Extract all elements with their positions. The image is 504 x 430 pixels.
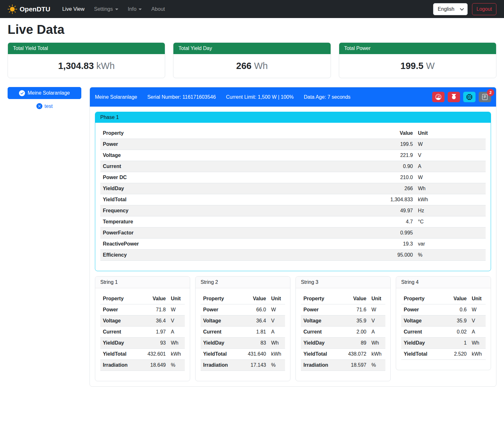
column-header: Unit: [469, 293, 486, 304]
column-header: Value: [240, 293, 269, 304]
value-cell: 35.9: [440, 315, 469, 327]
value-cell: 266: [377, 183, 415, 194]
inverter-select-link-test[interactable]: test: [8, 103, 81, 109]
table-row: Efficiency95.000%: [100, 250, 486, 261]
inverter-panel: Meine Solaranlage Serial Number: 1161716…: [90, 87, 496, 387]
property-cell: YieldDay: [100, 338, 139, 349]
table-row: YieldDay1Wh: [401, 338, 486, 349]
property-cell: YieldDay: [201, 338, 240, 349]
unit-cell: W: [269, 304, 285, 315]
table-row: Power71.8W: [100, 304, 185, 315]
unit-cell: var: [415, 239, 486, 250]
column-header: Property: [201, 293, 240, 304]
nav-item-about[interactable]: About: [147, 3, 169, 15]
table-row: Current1.81A: [201, 327, 285, 338]
unit-cell: %: [269, 360, 285, 371]
string-3-card: String 3 PropertyValueUnitPower71.6WVolt…: [296, 276, 391, 381]
nav-item-live-view[interactable]: Live View: [59, 3, 88, 15]
brand-name: OpenDTU: [20, 5, 50, 13]
power-icon: [451, 94, 457, 100]
logout-button[interactable]: Logout: [472, 3, 496, 15]
table-header-row: PropertyValueUnit: [301, 293, 385, 304]
value-cell: 19.3: [377, 239, 415, 250]
unit-cell: A: [369, 327, 385, 338]
nav-item-info[interactable]: Info: [124, 3, 146, 15]
unit-cell: Hz: [415, 205, 486, 216]
string-card-title: String 4: [396, 277, 491, 288]
device-info-button[interactable]: [463, 92, 476, 102]
value-cell: 18.649: [139, 360, 168, 371]
phase-card-title: Phase 1: [95, 112, 491, 123]
property-cell: PowerFactor: [100, 227, 377, 239]
table-row: Frequency49.97Hz: [100, 205, 486, 216]
card-title: Total Yield Total: [8, 43, 165, 54]
property-cell: YieldTotal: [100, 194, 377, 205]
property-cell: Power: [100, 139, 377, 150]
unit-cell: A: [469, 327, 486, 338]
unit-cell: %: [415, 250, 486, 261]
property-cell: YieldTotal: [201, 349, 240, 360]
total-yield-day-card: Total Yield Day 266Wh: [173, 42, 331, 78]
table-header-row: PropertyValueUnit: [100, 293, 185, 304]
unit-cell: A: [269, 327, 285, 338]
table-row: Irradiation17.143%: [201, 360, 285, 371]
value-cell: 221.9: [377, 150, 415, 161]
inverter-name: Meine Solaranlage: [95, 94, 137, 100]
unit-cell: [415, 227, 486, 239]
top-navbar: OpenDTU Live View Settings Info About En…: [0, 0, 504, 18]
value-cell: 199.5: [377, 139, 415, 150]
value-cell: 49.97: [377, 205, 415, 216]
nav-item-settings[interactable]: Settings: [90, 3, 122, 15]
property-cell: Voltage: [401, 315, 440, 327]
property-cell: Frequency: [100, 205, 377, 216]
table-row: Irradiation18.649%: [100, 360, 185, 371]
unit-cell: kWh: [415, 194, 486, 205]
value-cell: 438.072: [340, 349, 369, 360]
property-cell: YieldDay: [401, 338, 440, 349]
property-cell: YieldTotal: [301, 349, 340, 360]
summary-cards-row: Total Yield Total 1,304.83kWh Total Yiel…: [8, 42, 496, 78]
unit-cell: %: [369, 360, 385, 371]
total-yield-total-card: Total Yield Total 1,304.83kWh: [8, 42, 165, 78]
value-cell: 4.7: [377, 216, 415, 227]
unit-cell: A: [415, 161, 486, 172]
unit-cell: V: [269, 315, 285, 327]
table-header-row: PropertyValueUnit: [201, 293, 285, 304]
sun-logo-icon: [8, 4, 17, 14]
table-row: Power199.5W: [100, 139, 486, 150]
brand[interactable]: OpenDTU: [8, 4, 50, 14]
chevron-down-icon: [115, 9, 118, 10]
value-cell: 0.6: [440, 304, 469, 315]
value-cell: 2.00: [340, 327, 369, 338]
limit-settings-button[interactable]: [432, 92, 445, 102]
x-circle-icon: [36, 103, 42, 109]
card-value: 199.5: [401, 61, 424, 71]
value-cell: 93: [139, 338, 168, 349]
value-cell: 18.597: [340, 360, 369, 371]
event-log-button[interactable]: 2: [479, 92, 491, 102]
table-row: Current1.97A: [100, 327, 185, 338]
table-row: YieldTotal1,304.833kWh: [100, 194, 486, 205]
string-1-card: String 1 PropertyValueUnitPower71.8WVolt…: [95, 276, 190, 381]
language-select[interactable]: English: [433, 3, 468, 15]
property-cell: Current: [201, 327, 240, 338]
string-card-title: String 1: [95, 277, 190, 288]
value-cell: 432.601: [139, 349, 168, 360]
unit-cell: W: [369, 304, 385, 315]
language-value: English: [438, 6, 454, 12]
value-cell: 95.000: [377, 250, 415, 261]
table-row: Voltage35.9V: [401, 315, 486, 327]
card-unit: kWh: [96, 61, 115, 71]
value-cell: 2.520: [440, 349, 469, 360]
string-4-card: String 4 PropertyValueUnitPower0.6WVolta…: [396, 276, 491, 370]
unit-cell: Wh: [269, 338, 285, 349]
value-cell: 71.8: [139, 304, 168, 315]
value-cell: 71.6: [340, 304, 369, 315]
property-cell: Voltage: [100, 315, 139, 327]
unit-cell: kWh: [369, 349, 385, 360]
power-toggle-button[interactable]: [448, 92, 460, 102]
string-1-data-table: PropertyValueUnitPower71.8WVoltage36.4VC…: [100, 293, 185, 371]
inverter-select-button-selected[interactable]: Meine Solaranlage: [8, 87, 81, 99]
unit-cell: Wh: [369, 338, 385, 349]
unit-cell: kWh: [269, 349, 285, 360]
